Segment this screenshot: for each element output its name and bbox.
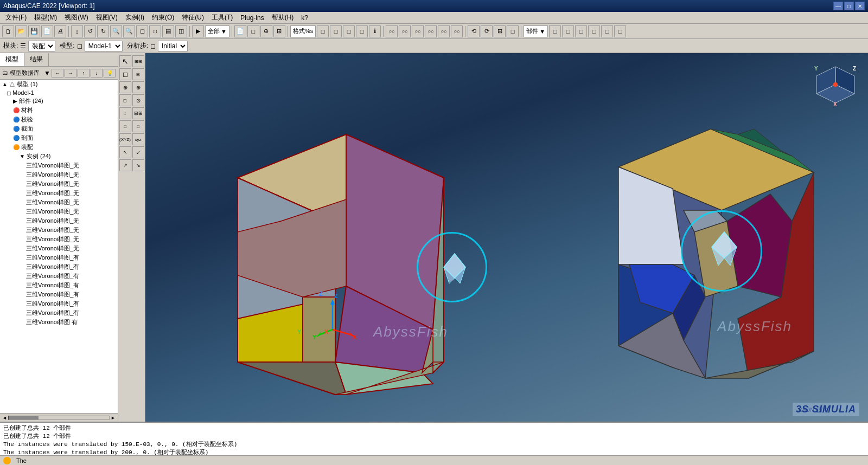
vtb-mesh1[interactable]: ↕: [119, 107, 131, 119]
tb-print[interactable]: 🖨: [54, 25, 66, 37]
vtb-points[interactable]: ⊞⊞: [132, 55, 144, 67]
tb-extra1[interactable]: □: [549, 25, 561, 37]
vtb-select3[interactable]: ⊞: [132, 68, 144, 80]
vtb-extra2[interactable]: ↘: [132, 159, 144, 171]
maximize-button[interactable]: □: [844, 2, 854, 10]
tree-btn4[interactable]: ↓: [91, 69, 103, 78]
menu-constraint[interactable]: 约束(O): [149, 12, 177, 23]
tree-btn3[interactable]: ↑: [78, 69, 90, 78]
tree-parts[interactable]: ▶部件 (24): [0, 96, 118, 106]
tb-open[interactable]: 📂: [15, 25, 27, 37]
vtb-extra1[interactable]: ↗: [119, 159, 131, 171]
tree-btn2[interactable]: →: [65, 69, 76, 78]
viewport-3d[interactable]: Z Y X Z Y X AbyssFish: [145, 53, 868, 422]
vtb-datum1[interactable]: ⊕: [119, 81, 131, 93]
tree-inst-1[interactable]: 三维Voronoi样图_无: [0, 161, 118, 170]
tb-select-box[interactable]: ◻: [136, 25, 148, 37]
tb-anim1[interactable]: ⟲: [468, 25, 480, 37]
vtb-part1[interactable]: □: [119, 120, 131, 132]
vtb-select[interactable]: ↖: [119, 55, 131, 67]
tree-assembly[interactable]: 🟠装配: [0, 143, 118, 152]
tree-inst-15[interactable]: 三维Voronoi样图_有: [0, 290, 118, 299]
close-button[interactable]: ✕: [855, 2, 865, 10]
tree-inst-7[interactable]: 三维Voronoi样图_无: [0, 216, 118, 225]
menu-view-w[interactable]: 视图(W): [61, 12, 91, 23]
window-controls[interactable]: — □ ✕: [833, 2, 865, 10]
module-selector[interactable]: 模块: ☰ 装配: [3, 41, 55, 51]
tree-profile[interactable]: 🔵剖面: [0, 133, 118, 143]
menu-plugins[interactable]: Plug-ins: [237, 13, 267, 23]
step-selector[interactable]: 分析步: ◻ Initial: [127, 41, 188, 51]
tb-extra4[interactable]: □: [588, 25, 600, 37]
tb-extra2[interactable]: □: [562, 25, 574, 37]
tb-render6[interactable]: ○○: [451, 25, 463, 37]
tree-inst-8[interactable]: 三维Voronoi样图_无: [0, 225, 118, 235]
vtb-sym[interactable]: ⊙: [132, 94, 144, 106]
menu-model[interactable]: 模型(M): [31, 12, 60, 23]
vtb-xyz1[interactable]: (XYZ): [119, 133, 131, 145]
tree-inst-10[interactable]: 三维Voronoi样图_无: [0, 244, 118, 253]
tb-select-dropdown[interactable]: 全部 ▼: [205, 25, 229, 37]
menu-help[interactable]: 帮助(H): [269, 12, 297, 23]
tree-inst-5[interactable]: 三维Voronoi样图_无: [0, 198, 118, 207]
tree-inst-6[interactable]: 三维Voronoi样图_无: [0, 207, 118, 216]
vtb-coord[interactable]: ◻: [119, 94, 131, 106]
tree-model-root[interactable]: ▲△ 模型 (1): [0, 80, 118, 89]
menu-instance[interactable]: 实例(I): [122, 12, 148, 23]
vtb-datum2[interactable]: ⊕: [132, 81, 144, 93]
tb-save2[interactable]: 📄: [41, 25, 53, 37]
tb-doc[interactable]: 📄: [234, 25, 246, 37]
tree-inst-18[interactable]: 三维Voronoi样图 有: [0, 318, 118, 327]
tree-instances[interactable]: ▼实例 (24): [0, 152, 118, 161]
tb-info[interactable]: ℹ: [369, 25, 381, 37]
vtb-select2[interactable]: ◻: [119, 68, 131, 80]
tb-box[interactable]: □: [507, 25, 519, 37]
tree-inst-2[interactable]: 三维Voronoi样图_无: [0, 170, 118, 179]
model-dropdown[interactable]: Model-1: [85, 41, 123, 51]
tb-redo[interactable]: ↻: [97, 25, 109, 37]
vtb-part2[interactable]: □: [132, 120, 144, 132]
tree-scrollbar[interactable]: ◄ ►: [0, 413, 118, 422]
tb-render2[interactable]: ○○: [399, 25, 411, 37]
model-selector[interactable]: 模型: ◻ Model-1: [60, 41, 122, 51]
step-dropdown[interactable]: Initial: [158, 41, 188, 51]
tb-render3[interactable]: ○○: [412, 25, 424, 37]
tb-extra3[interactable]: □: [575, 25, 587, 37]
tree-section[interactable]: 🔵截面: [0, 124, 118, 133]
tb-point[interactable]: ⊕: [260, 25, 272, 37]
tab-model[interactable]: 模型: [0, 53, 24, 66]
tree-calibration[interactable]: 🔵校验: [0, 115, 118, 124]
output-console[interactable]: 已创建了总共 12 个部件 已创建了总共 12 个部件 The instance…: [0, 423, 868, 455]
tb-render4[interactable]: ○○: [425, 25, 437, 37]
minimize-button[interactable]: —: [833, 2, 843, 10]
tab-results[interactable]: 结果: [24, 53, 49, 66]
menu-file[interactable]: 文件(F): [2, 12, 30, 23]
vtb-arrow2[interactable]: ↙: [132, 146, 144, 158]
tb-grid2[interactable]: ⊞: [494, 25, 506, 37]
tb-c2[interactable]: □: [330, 25, 342, 37]
tb-part-dropdown[interactable]: 部件 ▼: [524, 25, 548, 37]
tb-plane[interactable]: □: [247, 25, 259, 37]
tb-undo[interactable]: ↺: [84, 25, 96, 37]
tb-grid[interactable]: ▤: [162, 25, 174, 37]
tb-axis[interactable]: ↕↕: [149, 25, 161, 37]
menu-view-v[interactable]: 视图(V): [93, 12, 121, 23]
tb-split[interactable]: ◫: [175, 25, 187, 37]
tb-format-dropdown[interactable]: 格式%s: [290, 25, 316, 37]
tree-inst-14[interactable]: 三维Voronoi样图_有: [0, 281, 118, 290]
module-dropdown[interactable]: 装配: [28, 41, 55, 51]
tree-btn5[interactable]: 💡: [104, 69, 116, 78]
menu-kw[interactable]: k?: [298, 13, 311, 23]
tb-zoom2[interactable]: 🔍: [123, 25, 135, 37]
menu-tools[interactable]: 工具(T): [208, 12, 236, 23]
tree-material[interactable]: 🔴材料: [0, 106, 118, 115]
tb-arrow[interactable]: ▶: [192, 25, 204, 37]
tree-btn1[interactable]: ←: [52, 69, 63, 78]
tb-c3[interactable]: □: [343, 25, 355, 37]
vtb-arrow1[interactable]: ↖: [119, 146, 131, 158]
tree-inst-12[interactable]: 三维Voronoi样图_有: [0, 262, 118, 272]
tb-translate[interactable]: ↕: [71, 25, 83, 37]
tb-extra6[interactable]: □: [614, 25, 626, 37]
menu-feature[interactable]: 特征(U): [178, 12, 207, 23]
tb-mesh[interactable]: ⊞: [273, 25, 285, 37]
